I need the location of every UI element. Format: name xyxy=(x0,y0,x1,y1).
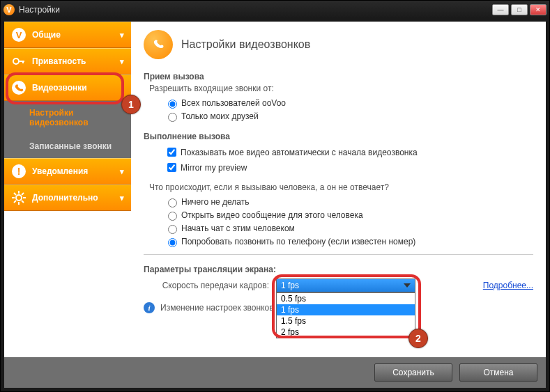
phone-icon xyxy=(11,80,26,95)
maximize-button[interactable]: □ xyxy=(511,4,528,15)
titlebar[interactable]: V Настройки — □ ✕ xyxy=(1,1,549,18)
alert-icon: ! xyxy=(11,164,26,179)
svg-line-15 xyxy=(14,201,16,203)
sidebar-item-label: Уведомления xyxy=(32,166,88,176)
radio-label: Всех пользователей ooVoo xyxy=(181,98,286,108)
radio-label: Начать чат с этим человеком xyxy=(181,224,295,233)
fps-selected-value: 1 fps xyxy=(281,281,299,290)
checkbox-mirror[interactable] xyxy=(167,163,176,172)
dropdown-arrow-icon xyxy=(404,283,411,288)
radio-label: Открыть видео сообщение для этого челове… xyxy=(181,210,363,220)
svg-text:V: V xyxy=(16,30,22,40)
checkbox-label: Mirror my preview xyxy=(181,163,247,173)
radio-label: Ничего не делать xyxy=(181,197,250,207)
svg-point-8 xyxy=(16,195,22,201)
sidebar-item-additional[interactable]: Дополнительно ▾ xyxy=(4,185,131,211)
window-title: Настройки xyxy=(19,5,60,15)
sidebar-item-label: Видеозвонки xyxy=(32,83,87,93)
noanswer-question: Что происходит, если я вызываю человека,… xyxy=(144,182,533,192)
radio-all-users[interactable] xyxy=(168,100,177,109)
sidebar-subgroup: Настройки видеозвонков Записанные звонки xyxy=(4,101,131,158)
page-title: Настройки видеозвонков xyxy=(181,38,310,51)
content-pane: Настройки видеозвонков Прием вызова Разр… xyxy=(131,22,546,357)
chevron-down-icon: ▾ xyxy=(120,57,124,66)
fps-option[interactable]: 1 fps xyxy=(277,304,415,315)
radio-only-friends[interactable] xyxy=(168,113,177,122)
sidebar-item-privacy[interactable]: Приватность ▾ xyxy=(4,48,131,75)
sidebar-item-videocalls[interactable]: Видеозвонки › 1 xyxy=(4,75,131,101)
checkbox-label: Показывать мое видео автоматически с нач… xyxy=(181,148,418,157)
sidebar-item-label: Приватность xyxy=(32,56,86,66)
info-icon: i xyxy=(144,302,155,313)
fps-option[interactable]: 1.5 fps xyxy=(277,315,415,327)
radio-label: Попробовать позвонить по телефону (если … xyxy=(181,237,415,246)
sidebar-item-label: Общие xyxy=(32,30,61,40)
footer: Сохранить Отмена xyxy=(4,357,546,388)
svg-line-14 xyxy=(22,201,24,203)
note-text: Изменение настроек звонков всту xyxy=(160,303,293,313)
radio-phone-call[interactable] xyxy=(168,238,177,247)
key-icon xyxy=(11,54,26,69)
annotation-badge-2: 2 xyxy=(408,329,428,348)
allow-incoming-label: Разрешить входящие звонки от: xyxy=(144,84,533,93)
svg-line-16 xyxy=(22,193,24,195)
radio-label: Только моих друзей xyxy=(181,111,259,121)
sidebar-item-general[interactable]: V Общие ▾ xyxy=(4,22,131,48)
section-outgoing-title: Выполнение вызова xyxy=(144,132,533,141)
fps-option[interactable]: 0.5 fps xyxy=(277,293,415,304)
checkbox-show-video[interactable] xyxy=(167,148,176,157)
section-screen-title: Параметры трансляции экрана: xyxy=(144,265,533,274)
chevron-right-icon: › xyxy=(121,84,124,92)
gear-icon xyxy=(11,190,26,205)
sidebar-subitem-video-settings[interactable]: Настройки видеозвонков xyxy=(4,101,131,134)
fps-dropdown-list: 0.5 fps 1 fps 1.5 fps 2 fps xyxy=(276,292,415,338)
v-circle-icon: V xyxy=(11,27,26,42)
section-incoming-title: Прием вызова xyxy=(144,72,533,81)
annotation-badge-1: 1 xyxy=(121,95,141,114)
cancel-button[interactable]: Отмена xyxy=(459,363,537,382)
chevron-down-icon: ▾ xyxy=(120,167,124,176)
svg-point-2 xyxy=(13,58,19,64)
page-header: Настройки видеозвонков xyxy=(144,30,533,62)
app-logo-icon: V xyxy=(3,4,15,15)
sidebar-item-label: Дополнительно xyxy=(32,193,98,203)
settings-window: V Настройки — □ ✕ V Общие ▾ xyxy=(0,0,550,392)
window-buttons: — □ ✕ xyxy=(492,4,547,15)
sidebar-item-notifications[interactable]: ! Уведомления ▾ xyxy=(4,158,131,185)
fps-dropdown-wrap: 1 fps 0.5 fps 1 fps 1.5 fps 2 fps 2 xyxy=(276,279,415,292)
radio-open-video-msg[interactable] xyxy=(168,212,177,221)
close-button[interactable]: ✕ xyxy=(530,4,547,15)
svg-rect-4 xyxy=(22,61,24,63)
fps-label: Скорость передачи кадров: xyxy=(144,281,276,290)
radio-start-chat[interactable] xyxy=(168,225,177,234)
sidebar: V Общие ▾ Приватность ▾ xyxy=(4,22,131,357)
divider xyxy=(144,254,533,255)
svg-line-13 xyxy=(14,193,16,195)
more-link[interactable]: Подробнее... xyxy=(483,281,533,290)
svg-text:!: ! xyxy=(17,166,21,177)
radio-nothing[interactable] xyxy=(168,198,177,207)
save-button[interactable]: Сохранить xyxy=(374,363,452,382)
fps-option[interactable]: 2 fps xyxy=(277,327,415,338)
minimize-button[interactable]: — xyxy=(492,4,509,15)
fps-dropdown[interactable]: 1 fps xyxy=(276,279,415,292)
phone-icon xyxy=(144,30,173,59)
chevron-down-icon: ▾ xyxy=(120,194,124,203)
chevron-down-icon: ▾ xyxy=(120,31,124,40)
sidebar-subitem-recorded-calls[interactable]: Записанные звонки xyxy=(4,134,131,158)
